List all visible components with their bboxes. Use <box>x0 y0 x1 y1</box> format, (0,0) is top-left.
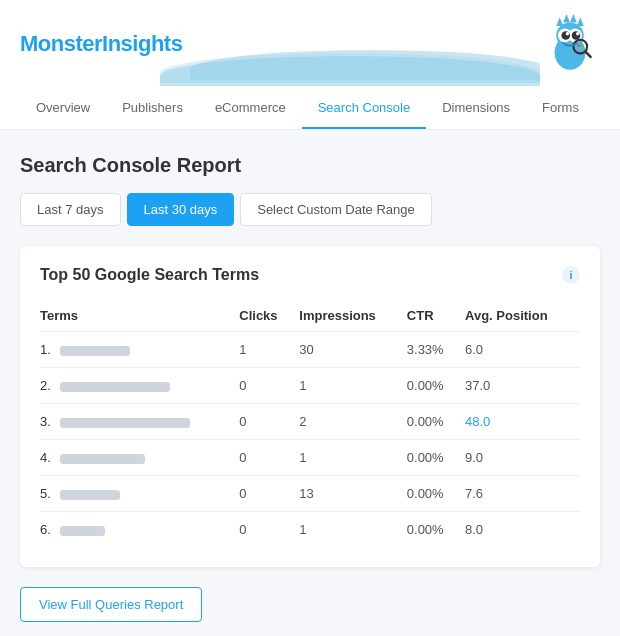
svg-marker-4 <box>570 14 577 23</box>
row-clicks: 0 <box>239 512 299 548</box>
row-ctr: 0.00% <box>407 404 465 440</box>
row-clicks: 0 <box>239 440 299 476</box>
blurred-term <box>60 526 105 536</box>
svg-point-11 <box>576 32 579 35</box>
card-title: Top 50 Google Search Terms <box>40 266 259 284</box>
header-waves <box>160 48 540 88</box>
col-header-clicks: Clicks <box>239 300 299 332</box>
col-header-impressions: Impressions <box>299 300 407 332</box>
card-header: Top 50 Google Search Terms i <box>40 266 580 284</box>
row-impressions: 1 <box>299 440 407 476</box>
row-position: 9.0 <box>465 440 580 476</box>
row-number: 2. <box>40 378 51 393</box>
row-impressions: 1 <box>299 512 407 548</box>
blurred-term <box>60 346 130 356</box>
row-number: 6. <box>40 522 51 537</box>
nav-search-console[interactable]: Search Console <box>302 88 427 129</box>
svg-point-16 <box>579 47 582 50</box>
col-header-terms: Terms <box>40 300 239 332</box>
logo: MonsterInsights <box>20 31 182 57</box>
row-number: 3. <box>40 414 51 429</box>
row-clicks: 0 <box>239 368 299 404</box>
table-row: 6. 0 1 0.00% 8.0 <box>40 512 580 548</box>
custom-date-range-button[interactable]: Select Custom Date Range <box>240 193 432 226</box>
svg-marker-3 <box>563 14 570 23</box>
blurred-term <box>60 454 145 464</box>
table-header-row: Terms Clicks Impressions CTR Avg. Positi… <box>40 300 580 332</box>
blurred-term <box>60 418 190 428</box>
search-terms-card: Top 50 Google Search Terms i Terms Click… <box>20 246 600 567</box>
last-30-days-button[interactable]: Last 30 days <box>127 193 235 226</box>
table-row: 3. 0 2 0.00% 48.0 <box>40 404 580 440</box>
row-impressions: 30 <box>299 332 407 368</box>
header: MonsterInsights <box>0 0 620 88</box>
nav-dimensions[interactable]: Dimensions <box>426 88 526 129</box>
nav-forms[interactable]: Forms <box>526 88 595 129</box>
row-number: 5. <box>40 486 51 501</box>
row-number: 4. <box>40 450 51 465</box>
table-row: 1. 1 30 3.33% 6.0 <box>40 332 580 368</box>
nav-overview[interactable]: Overview <box>20 88 106 129</box>
table-row: 4. 0 1 0.00% 9.0 <box>40 440 580 476</box>
table-row: 5. 0 13 0.00% 7.6 <box>40 476 580 512</box>
col-header-ctr: CTR <box>407 300 465 332</box>
svg-point-14 <box>577 44 580 47</box>
main-content: Search Console Report Last 7 days Last 3… <box>0 130 620 636</box>
svg-marker-2 <box>556 17 563 26</box>
table-row: 2. 0 1 0.00% 37.0 <box>40 368 580 404</box>
nav-publishers[interactable]: Publishers <box>106 88 199 129</box>
date-filter-bar: Last 7 days Last 30 days Select Custom D… <box>20 193 600 226</box>
page-title: Search Console Report <box>20 154 600 177</box>
row-impressions: 13 <box>299 476 407 512</box>
row-number: 1. <box>40 342 51 357</box>
last-7-days-button[interactable]: Last 7 days <box>20 193 121 226</box>
row-ctr: 0.00% <box>407 440 465 476</box>
blurred-term <box>60 490 120 500</box>
row-ctr: 3.33% <box>407 332 465 368</box>
svg-line-13 <box>585 52 590 57</box>
row-position: 37.0 <box>465 368 580 404</box>
row-ctr: 0.00% <box>407 476 465 512</box>
main-nav: Overview Publishers eCommerce Search Con… <box>0 88 620 130</box>
row-position: 6.0 <box>465 332 580 368</box>
row-ctr: 0.00% <box>407 368 465 404</box>
row-clicks: 0 <box>239 476 299 512</box>
search-terms-table: Terms Clicks Impressions CTR Avg. Positi… <box>40 300 580 547</box>
row-position: 48.0 <box>465 404 580 440</box>
row-impressions: 1 <box>299 368 407 404</box>
svg-point-8 <box>561 31 570 40</box>
row-clicks: 1 <box>239 332 299 368</box>
row-position: 8.0 <box>465 512 580 548</box>
row-ctr: 0.00% <box>407 512 465 548</box>
monster-mascot <box>540 14 600 74</box>
row-position: 7.6 <box>465 476 580 512</box>
svg-point-9 <box>572 31 581 40</box>
nav-ecommerce[interactable]: eCommerce <box>199 88 302 129</box>
col-header-position: Avg. Position <box>465 300 580 332</box>
view-full-queries-button[interactable]: View Full Queries Report <box>20 587 202 622</box>
svg-marker-5 <box>577 17 584 26</box>
svg-point-15 <box>581 44 584 47</box>
logo-part1: Monster <box>20 31 102 56</box>
row-impressions: 2 <box>299 404 407 440</box>
blurred-term <box>60 382 170 392</box>
row-clicks: 0 <box>239 404 299 440</box>
info-icon[interactable]: i <box>562 266 580 284</box>
svg-point-10 <box>566 32 569 35</box>
